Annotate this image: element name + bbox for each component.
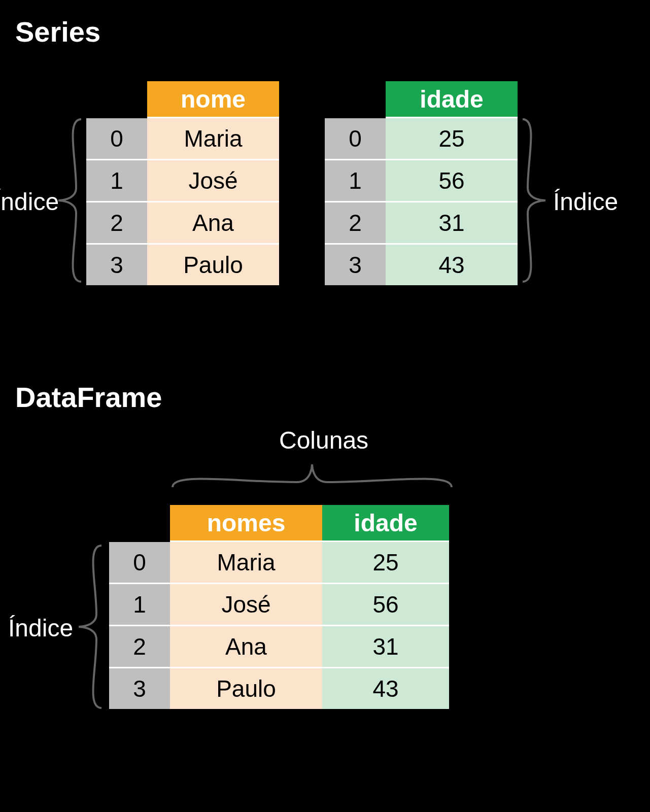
index-cell: 1 [109, 584, 170, 626]
value-cell: Ana [147, 202, 279, 245]
index-cell: 3 [86, 245, 147, 285]
brace-right-icon [518, 117, 548, 284]
value-cell: 31 [386, 202, 518, 245]
index-cell: 0 [109, 542, 170, 584]
series-idade-header: idade [386, 81, 518, 118]
spacer [86, 81, 147, 117]
label-colunas: Colunas [279, 426, 368, 454]
value-cell: José [170, 584, 322, 626]
value-cell: 25 [386, 118, 518, 160]
value-cell: José [147, 160, 279, 202]
table-row: 2 Ana 31 [109, 626, 449, 668]
value-cell: 56 [322, 584, 449, 626]
label-indice-left: Índice [0, 188, 59, 216]
table-row: 0 25 [325, 118, 518, 160]
series-nome-header: nome [147, 81, 279, 118]
series-nome: nome 0 Maria 1 José 2 Ana 3 Paulo [86, 81, 279, 285]
table-row: 1 José 56 [109, 584, 449, 626]
series-idade: idade 0 25 1 56 2 31 3 43 [325, 81, 518, 285]
value-cell: Ana [170, 626, 322, 668]
index-cell: 2 [325, 202, 386, 245]
label-indice-df: Índice [8, 614, 73, 642]
table-row: 1 José [86, 160, 279, 202]
value-cell: 31 [322, 626, 449, 668]
title-dataframe: DataFrame [15, 381, 162, 414]
brace-df-left-icon [76, 543, 107, 710]
index-cell: 0 [86, 118, 147, 160]
value-cell: Maria [170, 542, 322, 584]
dataframe-col-nomes: nomes [170, 505, 322, 542]
label-indice-right: Índice [553, 188, 618, 216]
value-cell: 43 [322, 668, 449, 709]
index-cell: 3 [325, 245, 386, 285]
spacer [325, 81, 386, 117]
table-row: 3 Paulo [86, 245, 279, 285]
dataframe-header-row: nomes idade [109, 505, 449, 542]
index-cell: 1 [86, 160, 147, 202]
index-cell: 2 [109, 626, 170, 668]
series-nome-header-row: nome [86, 81, 279, 118]
table-row: 2 Ana [86, 202, 279, 245]
value-cell: Maria [147, 118, 279, 160]
brace-left-icon [56, 117, 86, 284]
dataframe-col-idade: idade [322, 505, 449, 542]
value-cell: Paulo [170, 668, 322, 709]
index-cell: 0 [325, 118, 386, 160]
table-row: 3 Paulo 43 [109, 668, 449, 709]
table-row: 0 Maria 25 [109, 542, 449, 584]
series-idade-header-row: idade [325, 81, 518, 118]
spacer [109, 505, 170, 540]
value-cell: 25 [322, 542, 449, 584]
index-cell: 1 [325, 160, 386, 202]
dataframe-table: nomes idade 0 Maria 25 1 José 56 2 Ana 3… [109, 505, 449, 709]
brace-top-icon [170, 462, 454, 492]
value-cell: Paulo [147, 245, 279, 285]
table-row: 1 56 [325, 160, 518, 202]
index-cell: 3 [109, 668, 170, 709]
table-row: 0 Maria [86, 118, 279, 160]
index-cell: 2 [86, 202, 147, 245]
value-cell: 56 [386, 160, 518, 202]
table-row: 3 43 [325, 245, 518, 285]
table-row: 2 31 [325, 202, 518, 245]
title-series: Series [15, 15, 100, 48]
value-cell: 43 [386, 245, 518, 285]
